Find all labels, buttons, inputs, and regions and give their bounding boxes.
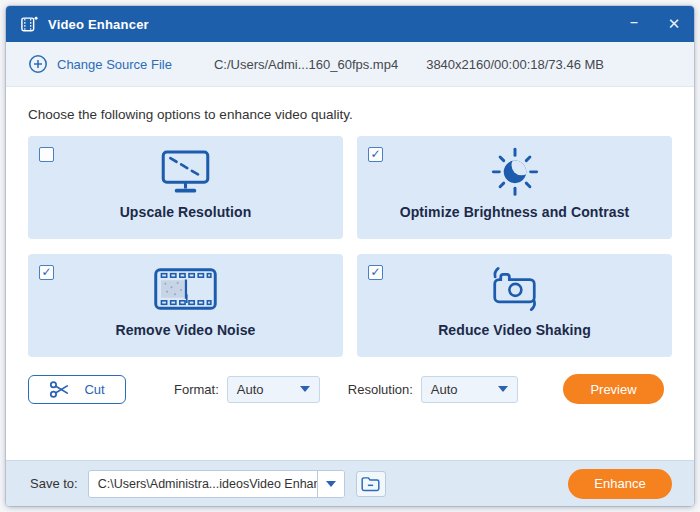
enhance-button[interactable]: Enhance xyxy=(568,469,672,499)
cut-label: Cut xyxy=(84,382,104,397)
page-title: Choose the following options to enhance … xyxy=(28,107,672,122)
option-card-reduce-shaking[interactable]: ✓ Reduce Video Shaking xyxy=(357,254,672,357)
option-label: Remove Video Noise xyxy=(115,322,255,338)
cut-button[interactable]: Cut xyxy=(28,375,126,404)
close-button[interactable]: ✕ xyxy=(654,6,694,42)
format-group: Format: Auto xyxy=(174,376,320,403)
brightness-sun-icon xyxy=(489,142,541,200)
option-card-optimize-brightness[interactable]: ✓ xyxy=(357,136,672,239)
remove-noise-checkbox[interactable]: ✓ xyxy=(39,265,54,280)
save-path-combobox: C:\Users\Administra...ideosVideo Enhance… xyxy=(88,470,345,498)
titlebar: Video Enhancer – ✕ xyxy=(6,6,694,42)
option-label: Reduce Video Shaking xyxy=(438,322,591,338)
option-label: Optimize Brightness and Contrast xyxy=(400,204,630,220)
checkmark-icon: ✓ xyxy=(370,266,380,278)
main-content: Choose the following options to enhance … xyxy=(6,87,694,460)
app-logo-icon xyxy=(20,15,39,33)
change-source-file-label: Change Source File xyxy=(57,57,172,72)
save-path-dropdown-button[interactable] xyxy=(317,471,344,497)
resolution-label: Resolution: xyxy=(348,382,413,397)
source-file-bar: Change Source File C:/Users/Admi...160_6… xyxy=(6,42,694,87)
format-select[interactable]: Auto xyxy=(227,376,320,403)
upscale-resolution-checkbox[interactable]: ✓ xyxy=(39,147,54,162)
source-file-path: C:/Users/Admi...160_60fps.mp4 xyxy=(214,57,398,72)
checkmark-icon: ✓ xyxy=(370,148,380,160)
checkmark-icon: ✓ xyxy=(41,266,51,278)
chevron-down-icon xyxy=(300,386,310,392)
folder-icon xyxy=(360,475,381,493)
video-enhancer-window: Video Enhancer – ✕ Change Source File C:… xyxy=(6,6,694,506)
save-path-value[interactable]: C:\Users\Administra...ideosVideo Enhance… xyxy=(89,471,317,497)
window-title: Video Enhancer xyxy=(48,17,149,32)
reduce-shaking-checkbox[interactable]: ✓ xyxy=(368,265,383,280)
scissors-icon xyxy=(49,380,70,399)
minimize-button[interactable]: – xyxy=(614,6,654,42)
option-cards: ✓ Upscale Resolution ✓ xyxy=(28,136,672,357)
optimize-brightness-checkbox[interactable]: ✓ xyxy=(368,147,383,162)
option-card-remove-noise[interactable]: ✓ xyxy=(28,254,343,357)
resolution-group: Resolution: Auto xyxy=(348,376,518,403)
option-card-upscale-resolution[interactable]: ✓ Upscale Resolution xyxy=(28,136,343,239)
monitor-upscale-icon xyxy=(157,142,214,200)
save-to-label: Save to: xyxy=(30,476,78,491)
chevron-down-icon xyxy=(326,481,336,487)
option-label: Upscale Resolution xyxy=(120,204,252,220)
browse-folder-button[interactable] xyxy=(356,471,386,497)
add-circle-icon xyxy=(28,54,48,74)
format-value: Auto xyxy=(237,382,300,397)
change-source-file-button[interactable]: Change Source File xyxy=(28,54,172,74)
footer-bar: Save to: C:\Users\Administra...ideosVide… xyxy=(6,460,694,506)
source-file-info: 3840x2160/00:00:18/73.46 MB xyxy=(426,57,604,72)
preview-button[interactable]: Preview xyxy=(563,374,664,404)
camera-shake-icon xyxy=(487,260,542,318)
toolbar: Cut Format: Auto Resolution: Auto Previe… xyxy=(28,374,672,404)
format-label: Format: xyxy=(174,382,219,397)
resolution-select[interactable]: Auto xyxy=(421,376,518,403)
resolution-value: Auto xyxy=(431,382,498,397)
chevron-down-icon xyxy=(498,386,508,392)
film-noise-icon xyxy=(154,260,217,318)
